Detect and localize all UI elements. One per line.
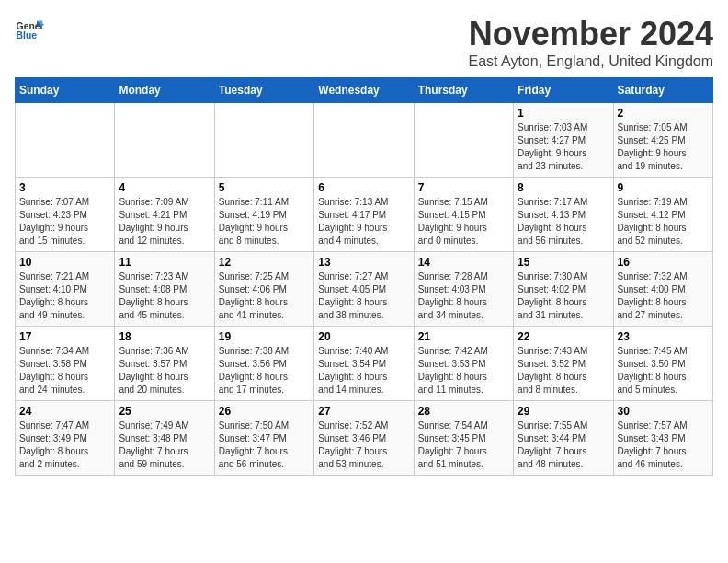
day-number: 29 — [518, 405, 609, 418]
week-row-3: 10Sunrise: 7:21 AM Sunset: 4:10 PM Dayli… — [16, 252, 713, 327]
day-cell: 11Sunrise: 7:23 AM Sunset: 4:08 PM Dayli… — [115, 252, 214, 327]
day-info: Sunrise: 7:50 AM Sunset: 3:47 PM Dayligh… — [219, 419, 310, 471]
day-info: Sunrise: 7:17 AM Sunset: 4:13 PM Dayligh… — [518, 196, 609, 247]
day-info: Sunrise: 7:11 AM Sunset: 4:19 PM Dayligh… — [219, 196, 310, 247]
day-cell — [214, 103, 313, 178]
day-cell: 3Sunrise: 7:07 AM Sunset: 4:23 PM Daylig… — [16, 178, 115, 252]
day-cell — [414, 103, 513, 178]
day-cell: 17Sunrise: 7:34 AM Sunset: 3:58 PM Dayli… — [16, 327, 115, 401]
day-info: Sunrise: 7:49 AM Sunset: 3:48 PM Dayligh… — [119, 419, 210, 471]
week-row-1: 1Sunrise: 7:03 AM Sunset: 4:27 PM Daylig… — [16, 103, 713, 178]
day-number: 1 — [518, 107, 609, 120]
day-header-thursday: Thursday — [414, 78, 513, 103]
day-cell: 27Sunrise: 7:52 AM Sunset: 3:46 PM Dayli… — [314, 401, 414, 476]
day-info: Sunrise: 7:19 AM Sunset: 4:12 PM Dayligh… — [618, 196, 709, 247]
day-number: 14 — [418, 256, 509, 269]
day-cell: 28Sunrise: 7:54 AM Sunset: 3:45 PM Dayli… — [414, 401, 513, 476]
day-header-saturday: Saturday — [613, 78, 712, 103]
day-number: 17 — [19, 330, 110, 343]
day-number: 5 — [219, 181, 310, 194]
month-title: November 2024 — [468, 15, 713, 53]
day-number: 2 — [618, 107, 709, 120]
day-cell: 4Sunrise: 7:09 AM Sunset: 4:21 PM Daylig… — [115, 178, 214, 252]
day-cell — [115, 103, 214, 178]
day-info: Sunrise: 7:30 AM Sunset: 4:02 PM Dayligh… — [518, 270, 609, 322]
day-cell: 7Sunrise: 7:15 AM Sunset: 4:15 PM Daylig… — [414, 178, 513, 252]
day-cell: 21Sunrise: 7:42 AM Sunset: 3:53 PM Dayli… — [414, 327, 513, 401]
day-header-sunday: Sunday — [16, 78, 115, 103]
day-info: Sunrise: 7:36 AM Sunset: 3:57 PM Dayligh… — [119, 345, 210, 396]
day-info: Sunrise: 7:27 AM Sunset: 4:05 PM Dayligh… — [318, 270, 409, 322]
day-info: Sunrise: 7:52 AM Sunset: 3:46 PM Dayligh… — [318, 419, 409, 471]
day-cell: 10Sunrise: 7:21 AM Sunset: 4:10 PM Dayli… — [16, 252, 115, 327]
day-cell — [16, 103, 115, 178]
day-info: Sunrise: 7:15 AM Sunset: 4:15 PM Dayligh… — [418, 196, 509, 247]
day-number: 20 — [318, 330, 409, 343]
day-cell: 30Sunrise: 7:57 AM Sunset: 3:43 PM Dayli… — [613, 401, 712, 476]
day-number: 8 — [518, 181, 609, 194]
day-info: Sunrise: 7:23 AM Sunset: 4:08 PM Dayligh… — [119, 270, 210, 322]
day-number: 30 — [618, 405, 709, 418]
day-number: 10 — [19, 256, 110, 269]
day-cell — [314, 103, 414, 178]
day-info: Sunrise: 7:42 AM Sunset: 3:53 PM Dayligh… — [418, 345, 509, 396]
day-number: 16 — [618, 256, 709, 269]
day-info: Sunrise: 7:38 AM Sunset: 3:56 PM Dayligh… — [219, 345, 310, 396]
header-row: SundayMondayTuesdayWednesdayThursdayFrid… — [16, 78, 713, 103]
day-number: 9 — [618, 181, 709, 194]
day-info: Sunrise: 7:43 AM Sunset: 3:52 PM Dayligh… — [518, 345, 609, 396]
day-header-monday: Monday — [115, 78, 214, 103]
day-header-tuesday: Tuesday — [214, 78, 313, 103]
day-info: Sunrise: 7:13 AM Sunset: 4:17 PM Dayligh… — [318, 196, 409, 247]
calendar-table: SundayMondayTuesdayWednesdayThursdayFrid… — [15, 77, 713, 476]
day-cell: 26Sunrise: 7:50 AM Sunset: 3:47 PM Dayli… — [214, 401, 313, 476]
day-cell: 12Sunrise: 7:25 AM Sunset: 4:06 PM Dayli… — [214, 252, 313, 327]
day-cell: 18Sunrise: 7:36 AM Sunset: 3:57 PM Dayli… — [115, 327, 214, 401]
day-cell: 13Sunrise: 7:27 AM Sunset: 4:05 PM Dayli… — [314, 252, 414, 327]
day-info: Sunrise: 7:32 AM Sunset: 4:00 PM Dayligh… — [618, 270, 709, 322]
day-cell: 24Sunrise: 7:47 AM Sunset: 3:49 PM Dayli… — [16, 401, 115, 476]
day-number: 23 — [618, 330, 709, 343]
day-info: Sunrise: 7:03 AM Sunset: 4:27 PM Dayligh… — [518, 121, 609, 173]
week-row-4: 17Sunrise: 7:34 AM Sunset: 3:58 PM Dayli… — [16, 327, 713, 401]
day-header-friday: Friday — [514, 78, 613, 103]
day-number: 15 — [518, 256, 609, 269]
location-title: East Ayton, England, United Kingdom — [468, 53, 713, 70]
day-cell: 6Sunrise: 7:13 AM Sunset: 4:17 PM Daylig… — [314, 178, 414, 252]
day-info: Sunrise: 7:07 AM Sunset: 4:23 PM Dayligh… — [19, 196, 110, 247]
week-row-5: 24Sunrise: 7:47 AM Sunset: 3:49 PM Dayli… — [16, 401, 713, 476]
day-cell: 14Sunrise: 7:28 AM Sunset: 4:03 PM Dayli… — [414, 252, 513, 327]
day-cell: 8Sunrise: 7:17 AM Sunset: 4:13 PM Daylig… — [514, 178, 613, 252]
day-info: Sunrise: 7:57 AM Sunset: 3:43 PM Dayligh… — [618, 419, 709, 471]
day-number: 7 — [418, 181, 509, 194]
day-info: Sunrise: 7:25 AM Sunset: 4:06 PM Dayligh… — [219, 270, 310, 322]
day-number: 4 — [119, 181, 210, 194]
day-number: 25 — [119, 405, 210, 418]
day-info: Sunrise: 7:55 AM Sunset: 3:44 PM Dayligh… — [518, 419, 609, 471]
day-number: 24 — [19, 405, 110, 418]
title-area: November 2024 East Ayton, England, Unite… — [468, 15, 713, 70]
day-number: 22 — [518, 330, 609, 343]
day-number: 28 — [418, 405, 509, 418]
day-cell: 16Sunrise: 7:32 AM Sunset: 4:00 PM Dayli… — [613, 252, 712, 327]
day-number: 19 — [219, 330, 310, 343]
header: General Blue November 2024 East Ayton, E… — [15, 15, 713, 70]
day-number: 13 — [318, 256, 409, 269]
day-cell: 25Sunrise: 7:49 AM Sunset: 3:48 PM Dayli… — [115, 401, 214, 476]
day-cell: 9Sunrise: 7:19 AM Sunset: 4:12 PM Daylig… — [613, 178, 712, 252]
day-number: 12 — [219, 256, 310, 269]
day-number: 6 — [318, 181, 409, 194]
day-header-wednesday: Wednesday — [314, 78, 414, 103]
logo-icon: General Blue — [15, 15, 44, 44]
day-cell: 2Sunrise: 7:05 AM Sunset: 4:25 PM Daylig… — [613, 103, 712, 178]
day-number: 27 — [318, 405, 409, 418]
day-number: 3 — [19, 181, 110, 194]
day-info: Sunrise: 7:54 AM Sunset: 3:45 PM Dayligh… — [418, 419, 509, 471]
svg-text:Blue: Blue — [17, 30, 38, 40]
day-info: Sunrise: 7:47 AM Sunset: 3:49 PM Dayligh… — [19, 419, 110, 471]
day-cell: 23Sunrise: 7:45 AM Sunset: 3:50 PM Dayli… — [613, 327, 712, 401]
day-number: 26 — [219, 405, 310, 418]
day-info: Sunrise: 7:28 AM Sunset: 4:03 PM Dayligh… — [418, 270, 509, 322]
day-cell: 22Sunrise: 7:43 AM Sunset: 3:52 PM Dayli… — [514, 327, 613, 401]
day-cell: 1Sunrise: 7:03 AM Sunset: 4:27 PM Daylig… — [514, 103, 613, 178]
